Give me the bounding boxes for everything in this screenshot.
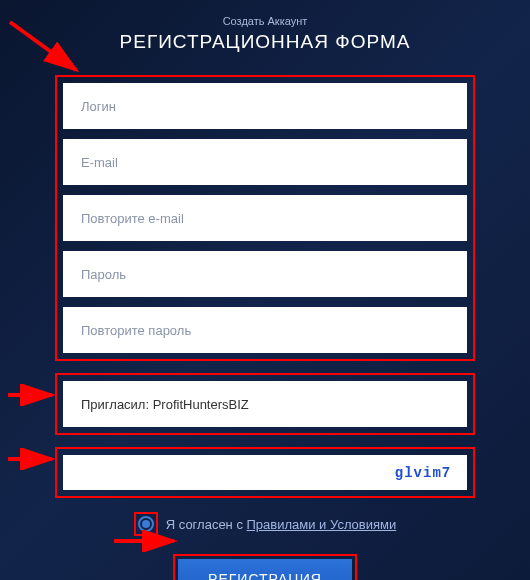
agreement-text: Я согласен с Правилами и Условиями xyxy=(166,517,397,532)
create-account-subtitle: Создать Аккаунт xyxy=(55,15,475,27)
password-input[interactable] xyxy=(63,251,467,297)
agreement-radio-highlight xyxy=(134,512,158,536)
captcha-input[interactable] xyxy=(63,455,379,490)
password-repeat-input[interactable] xyxy=(63,307,467,353)
login-input[interactable] xyxy=(63,83,467,129)
agreement-radio[interactable] xyxy=(138,516,154,532)
email-input[interactable] xyxy=(63,139,467,185)
agreement-row: Я согласен с Правилами и Условиями xyxy=(55,512,475,536)
agreement-prefix: Я согласен с xyxy=(166,517,247,532)
email-repeat-input[interactable] xyxy=(63,195,467,241)
referral-input[interactable] xyxy=(63,381,467,427)
captcha-block: glvim7 xyxy=(55,447,475,498)
captcha-image: glvim7 xyxy=(379,455,467,490)
terms-link[interactable]: Правилами и Условиями xyxy=(247,517,397,532)
submit-row: РЕГИСТРАЦИЯ xyxy=(55,554,475,580)
submit-highlight: РЕГИСТРАЦИЯ xyxy=(173,554,357,580)
main-form-block xyxy=(55,75,475,361)
register-button[interactable]: РЕГИСТРАЦИЯ xyxy=(178,559,352,580)
referral-block xyxy=(55,373,475,435)
page-title: РЕГИСТРАЦИОННАЯ ФОРМА xyxy=(55,31,475,53)
radio-dot-icon xyxy=(142,520,150,528)
